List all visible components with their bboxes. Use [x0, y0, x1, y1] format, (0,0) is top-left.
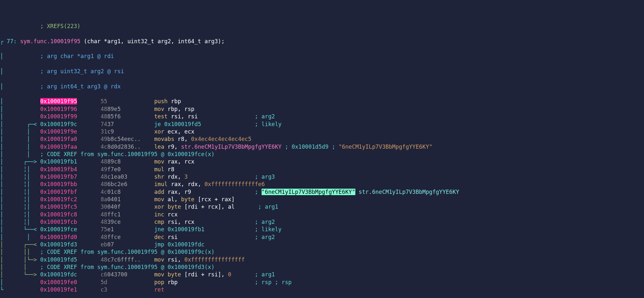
disasm-row[interactable]: │ ╎│ 0x100019fcb 4839ce cmp rsi, rcx ; a… [0, 218, 644, 226]
disasm-row[interactable]: │ ╎│ 0x100019fc5 30040f xor byte [rdi + … [0, 203, 644, 211]
disasm-row[interactable]: │ └──> 0x100019fdc c6043700 mov byte [rd… [0, 271, 644, 278]
disasm-row[interactable]: │ ╎│ 0x100019fc2 8a0401 mov al, byte [rc… [0, 196, 644, 203]
disasm-row[interactable]: │ │ ; CODE XREF from sym.func.100019f95 … [0, 151, 644, 158]
disasm-row[interactable]: │ ┌──> 0x100019fb1 4889c8 mov rax, rcx [0, 158, 644, 165]
disasm-row[interactable]: │ │└─> 0x100019fd5 48c7c6ffff.. mov rsi,… [0, 256, 644, 263]
disasm-row[interactable]: │ ┌─< 0x100019f9c 7437 je 0x100019fd5 ; … [0, 121, 644, 128]
disasm-row[interactable]: │ ┌──< 0x100019fd3 eb07 jmp 0x100019fdc [0, 241, 644, 248]
disasm-row[interactable]: │ ╎│ 0x100019fbb 486bc2e6 imul rax, rdx,… [0, 181, 644, 188]
disasm-row[interactable]: │ │ ; CODE XREF from sym.func.100019f95 … [0, 263, 644, 271]
disasm-row[interactable]: └ 0x100019fe1 c3 ret [0, 286, 644, 293]
arg-comment-3: │ ; arg int64_t arg3 @ rdx [0, 83, 644, 90]
disasm-row[interactable]: │ │ 0x100019faa 4c8d0d2836.. lea r9, str… [0, 143, 644, 151]
disasm-row[interactable]: │ │ 0x100019fd0 48ffce dec rsi ; arg2 [0, 233, 644, 241]
disasm-row[interactable]: │ ╎│ 0x100019fc8 48ffc1 inc rcx [0, 211, 644, 218]
xrefs-header: ; XREFS(223) [0, 23, 644, 30]
arg-comment-2: │ ; arg uint32_t arg2 @ rsi [0, 68, 644, 75]
disasm-row[interactable]: │ ╎│ 0x100019fb7 48c1ea03 shr rdx, 3 ; a… [0, 173, 644, 181]
disasm-row[interactable]: │ ╎│ 0x100019fb4 49f7e0 mul r8 [0, 166, 644, 173]
disasm-row[interactable]: │ 0x100019f96 4889e5 mov rbp, rsp [0, 105, 644, 113]
disasm-row[interactable]: │ ││ ; CODE XREF from sym.func.100019f95… [0, 248, 644, 256]
disasm-row[interactable]: │ 0x100019f99 4885f6 test rsi, rsi ; arg… [0, 113, 644, 120]
disasm-row[interactable]: │ │ 0x100019f9e 31c9 xor ecx, ecx [0, 128, 644, 135]
disasm-row[interactable]: │ ╎│ 0x100019fbf 4c01c8 add rax, r9 ; "6… [0, 188, 644, 196]
disasm-row[interactable]: │ 0x100019fe0 5d pop rbp ; rsp ; rsp [0, 279, 644, 286]
function-signature: ┌ 77: sym.func.100019f95 (char *arg1, ui… [0, 38, 644, 45]
disassembly-listing[interactable]: │ 0x100019f95 55 push rbp│ 0x100019f96 4… [0, 98, 644, 293]
disasm-row[interactable]: │ 0x100019f95 55 push rbp [0, 98, 644, 105]
disasm-row[interactable]: │ │ 0x100019fa0 49b8c54eec.. movabs r8, … [0, 135, 644, 143]
disasm-row[interactable]: │ └──< 0x100019fce 75e1 jne 0x100019fb1 … [0, 226, 644, 233]
arg-comment-1: │ ; arg char *arg1 @ rdi [0, 53, 644, 60]
